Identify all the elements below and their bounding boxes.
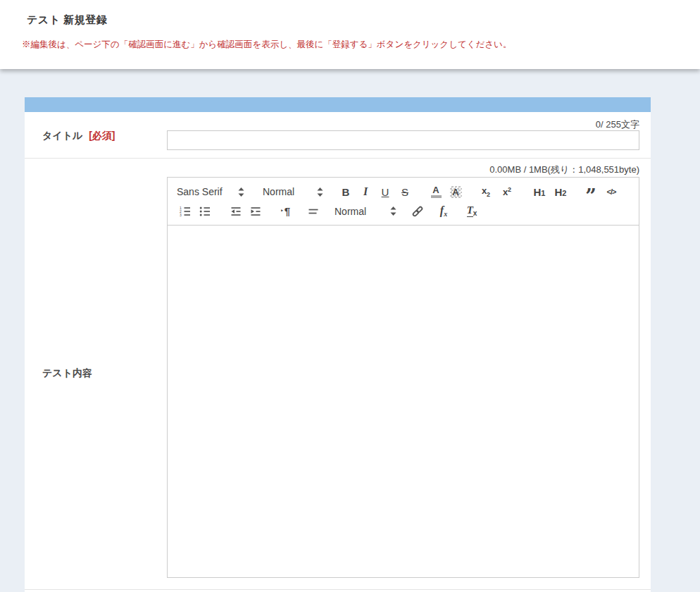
text-color-icon: A: [431, 185, 442, 198]
h1-letter: H: [534, 186, 542, 198]
subscript-button[interactable]: x2: [475, 183, 496, 200]
clean-format-icon: Tx: [467, 205, 477, 217]
panel-accent-bar: [25, 97, 651, 112]
title-label-text: タイトル: [42, 130, 82, 141]
rich-text-editor: Sans Serif Normal B: [167, 177, 639, 578]
strikethrough-icon: S: [401, 186, 408, 198]
strikethrough-button[interactable]: S: [395, 183, 415, 200]
header-2-icon: H2: [555, 187, 567, 197]
background-color-icon: A: [450, 186, 462, 198]
direction-arrow: ‣: [280, 209, 284, 214]
content-field-row: 0.00MB / 1MB(残り：1,048,551byte) テスト内容 San…: [25, 159, 651, 590]
code-block-button[interactable]: </>: [601, 183, 622, 200]
text-color-button[interactable]: A: [426, 183, 446, 200]
underline-icon: U: [382, 186, 389, 198]
picker-arrows-icon: [317, 187, 323, 197]
page-title: テスト 新規登録: [27, 13, 107, 27]
title-char-counter: 0/ 255文字: [596, 118, 639, 131]
header-1-button[interactable]: H1: [529, 183, 550, 200]
text-color-swatch: [431, 195, 442, 198]
link-icon: [411, 205, 424, 218]
outdent-button[interactable]: [226, 203, 246, 220]
subscript-digit: 2: [487, 191, 490, 198]
blockquote-button[interactable]: ”: [581, 183, 601, 200]
size-picker-label: Normal: [335, 206, 390, 217]
content-label-text: テスト内容: [42, 367, 92, 378]
formula-x: x: [444, 210, 447, 218]
indent-button[interactable]: [246, 203, 265, 220]
subscript-icon: x2: [482, 186, 490, 198]
h2-letter: H: [555, 186, 563, 198]
direction-pilcrow: ¶: [285, 206, 290, 216]
header-2-button[interactable]: H2: [550, 183, 571, 200]
content-field-label: テスト内容: [42, 367, 92, 380]
indent-icon: [249, 205, 262, 218]
code-block-icon: </>: [607, 187, 616, 196]
font-picker[interactable]: Sans Serif: [177, 186, 244, 197]
registration-form-panel: 0/ 255文字 タイトル [必須] 0.00MB / 1MB(残り：1,048…: [25, 97, 651, 592]
text-direction-button[interactable]: ‣¶: [275, 203, 295, 220]
formula-icon: fx: [440, 205, 447, 218]
picker-arrows-icon: [238, 187, 244, 197]
bold-button[interactable]: B: [336, 183, 356, 200]
superscript-digit: 2: [508, 186, 511, 193]
header-1-icon: H1: [534, 187, 546, 197]
formula-button[interactable]: fx: [433, 203, 454, 220]
edit-warning-note: ※編集後は、ページ下の「確認画面に進む」から確認画面を表示し、最後に「登録する」…: [22, 39, 511, 51]
bullet-list-icon: [199, 205, 211, 218]
bold-icon: B: [342, 186, 350, 198]
required-badge: [必須]: [89, 130, 115, 141]
clean-x: x: [473, 209, 477, 217]
header-picker-label: Normal: [263, 186, 317, 197]
italic-icon: I: [363, 185, 368, 198]
clean-t: T: [467, 204, 473, 217]
editor-toolbar: Sans Serif Normal B: [167, 177, 639, 226]
link-button[interactable]: [408, 203, 427, 220]
align-picker-button[interactable]: [304, 203, 323, 220]
size-picker[interactable]: Normal: [335, 206, 396, 217]
ordered-list-button[interactable]: 123: [175, 203, 195, 220]
italic-button[interactable]: I: [356, 183, 375, 200]
title-input[interactable]: [167, 130, 639, 150]
content-size-counter: 0.00MB / 1MB(残り：1,048,551byte): [489, 164, 639, 176]
h2-digit: 2: [562, 189, 566, 197]
clean-format-button[interactable]: Tx: [461, 203, 482, 220]
toolbar-row-2: 123: [177, 202, 633, 221]
text-color-letter: A: [432, 185, 439, 195]
title-field-label: タイトル [必須]: [42, 130, 115, 142]
page-header: テスト 新規登録 ※編集後は、ページ下の「確認画面に進む」から確認画面を表示し、…: [0, 0, 700, 69]
text-direction-icon: ‣¶: [280, 206, 290, 216]
svg-text:3: 3: [180, 213, 182, 217]
header-format-picker[interactable]: Normal: [263, 186, 323, 197]
underline-button[interactable]: U: [375, 183, 395, 200]
outdent-icon: [230, 205, 242, 218]
ordered-list-icon: 123: [179, 205, 192, 218]
font-picker-label: Sans Serif: [177, 186, 238, 197]
title-field-row: 0/ 255文字 タイトル [必須]: [25, 112, 651, 159]
align-icon: [307, 205, 320, 218]
editor-content-area[interactable]: [167, 226, 639, 578]
superscript-button[interactable]: x2: [496, 183, 518, 200]
toolbar-row-1: Sans Serif Normal B: [177, 182, 633, 202]
background-color-button[interactable]: A: [446, 183, 465, 200]
superscript-icon: x2: [503, 187, 511, 197]
h1-digit: 1: [541, 189, 545, 197]
picker-arrows-icon: [390, 206, 396, 216]
bullet-list-button[interactable]: [195, 203, 215, 220]
